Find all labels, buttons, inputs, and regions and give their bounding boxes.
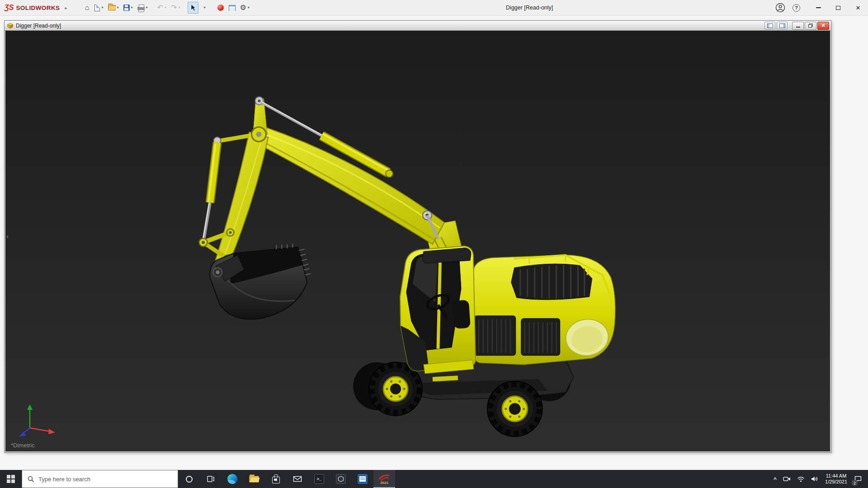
new-document-icon [94, 5, 100, 11]
minimize-icon [816, 7, 821, 8]
menu-flyout-arrow-icon[interactable]: ▸ [65, 5, 67, 10]
solidworks-menu[interactable]: ƷS SOLIDWORKS ▸ [0, 4, 67, 11]
mail-button[interactable] [287, 470, 308, 488]
store-icon [272, 477, 280, 483]
app-title-bar: ƷS SOLIDWORKS ▸ ⌂ ▾ ▾ ▾ ▾ ↶ ▾ ↷ ▾ [0, 0, 868, 16]
chevron-down-icon[interactable]: ▾ [101, 6, 104, 9]
gear-icon: ⚙ [240, 4, 246, 11]
chevron-up-icon: ^ [774, 476, 777, 483]
close-icon: ✕ [821, 23, 825, 28]
minimize-button[interactable] [808, 0, 828, 15]
part-document-icon [7, 23, 14, 29]
new-document-button[interactable]: ▾ [93, 2, 105, 14]
chevron-down-icon[interactable]: ▾ [164, 6, 167, 9]
hexagon-app-icon [336, 474, 346, 484]
solidworks-taskbar-button[interactable]: 2021 [373, 470, 395, 488]
solidworks-app-icon: 2021 [378, 473, 391, 485]
search-input[interactable] [38, 476, 178, 483]
solidworks-brand-label: SOLIDWORKS [16, 5, 60, 11]
restore-icon [808, 23, 813, 28]
help-button[interactable]: ? [793, 4, 800, 12]
appearance-button[interactable] [215, 2, 226, 14]
chevron-down-icon[interactable]: ▾ [146, 6, 148, 9]
close-icon: ✕ [856, 5, 861, 11]
cortana-icon [186, 476, 193, 483]
terminal-icon: >_ [314, 474, 324, 484]
help-icon: ? [795, 5, 798, 10]
home-icon: ⌂ [85, 4, 90, 11]
chevron-down-icon[interactable]: ▾ [117, 6, 119, 9]
file-explorer-icon [249, 476, 259, 483]
featuremanager-collapse-arrow[interactable]: ‹ [6, 233, 9, 239]
home-button[interactable]: ⌂ [81, 2, 92, 14]
file-explorer-button[interactable] [243, 470, 265, 488]
tray-expand-button[interactable]: ^ [770, 470, 780, 488]
select-tool-flyout[interactable]: ▾ [199, 2, 210, 14]
taskbar-app-blue[interactable] [352, 470, 373, 488]
excavator-3d-model[interactable] [5, 31, 830, 451]
print-button[interactable]: ▾ [136, 2, 150, 14]
save-icon [123, 5, 130, 11]
volume-button[interactable] [808, 470, 821, 488]
select-tool-button[interactable] [188, 2, 198, 14]
mail-icon [293, 475, 302, 483]
doc-minimize-button[interactable] [792, 22, 804, 30]
notification-count-badge: 2 [852, 480, 858, 486]
undo-icon: ↶ [157, 4, 163, 11]
system-tray: ^ 11:44 AM 1/29/2021 [770, 470, 868, 488]
report-button[interactable] [226, 2, 237, 14]
wifi-icon [797, 476, 805, 482]
account-icon[interactable] [775, 3, 785, 13]
network-button[interactable] [794, 470, 808, 488]
open-button[interactable]: ▾ [106, 2, 121, 14]
app-window-title: Digger [Read-only] [506, 5, 553, 11]
pane-left-icon [767, 23, 773, 28]
task-view-button[interactable] [200, 470, 222, 488]
windows-taskbar: >_ 2021 ^ [0, 470, 868, 488]
mdi-workspace: Digger [Read-only] ✕ [0, 16, 868, 470]
edge-icon [227, 474, 237, 484]
document-window-buttons: ✕ [763, 22, 829, 30]
maximize-button[interactable] [828, 0, 848, 15]
notification-center-button[interactable]: 2 [851, 470, 865, 488]
search-icon [28, 476, 34, 483]
open-folder-icon [108, 5, 116, 10]
taskbar-clock[interactable]: 11:44 AM 1/29/2021 [821, 473, 851, 485]
pane-display-button-1[interactable] [764, 22, 775, 29]
redo-icon: ↷ [171, 4, 177, 11]
orientation-triad [16, 403, 66, 441]
cortana-button[interactable] [178, 470, 200, 488]
close-button[interactable]: ✕ [848, 0, 868, 15]
taskbar-app-dark[interactable] [330, 470, 352, 488]
undo-button[interactable]: ↶ ▾ [156, 2, 169, 14]
taskbar-search[interactable] [22, 470, 178, 488]
svg-text:2021: 2021 [380, 481, 388, 485]
redo-button[interactable]: ↷ ▾ [169, 2, 182, 14]
store-button[interactable] [265, 470, 287, 488]
pane-right-icon [779, 23, 785, 28]
doc-restore-button[interactable] [805, 22, 816, 30]
chevron-down-icon[interactable]: ▾ [131, 6, 133, 9]
chevron-down-icon[interactable]: ▾ [203, 6, 206, 9]
chevron-down-icon[interactable]: ▾ [178, 6, 180, 9]
options-button[interactable]: ⚙ ▾ [238, 2, 251, 14]
camera-icon [783, 476, 791, 482]
view-orientation-label: *Dimetric [11, 442, 35, 449]
clock-date: 1/29/2021 [825, 479, 847, 485]
graphics-viewport[interactable]: ‹ *Dimetric [5, 31, 830, 451]
edge-button[interactable] [222, 470, 243, 488]
document-title-bar[interactable]: Digger [Read-only] ✕ [5, 21, 831, 31]
speaker-icon [811, 476, 818, 482]
window-caption-controls: ? ✕ [775, 0, 868, 15]
start-button[interactable] [0, 470, 22, 488]
windows-logo-icon [7, 475, 15, 483]
pane-display-button-2[interactable] [777, 22, 788, 29]
printer-icon [137, 7, 145, 10]
select-cursor-icon [189, 4, 197, 11]
meet-now-button[interactable] [780, 470, 794, 488]
doc-close-button[interactable]: ✕ [817, 22, 829, 30]
report-table-icon [229, 5, 236, 11]
taskbar-app-terminal[interactable]: >_ [308, 470, 330, 488]
chevron-down-icon[interactable]: ▾ [247, 6, 250, 9]
save-button[interactable]: ▾ [122, 2, 135, 14]
